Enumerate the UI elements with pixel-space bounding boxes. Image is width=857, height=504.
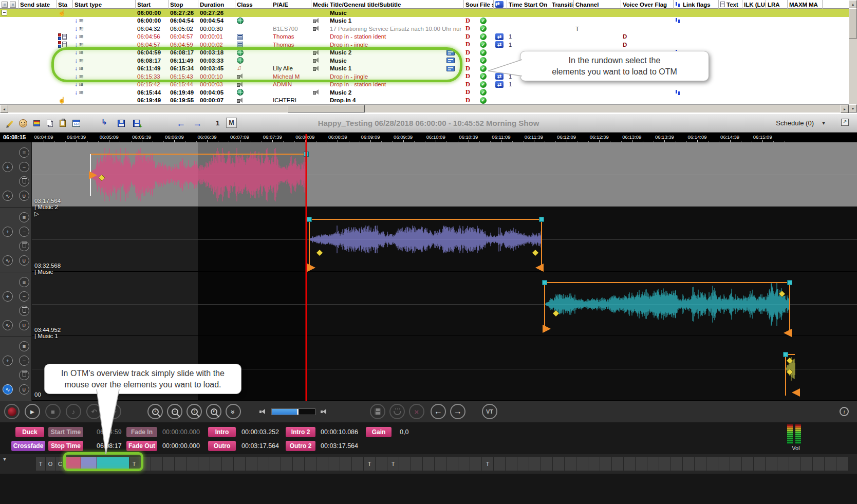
overview-cell[interactable]: T	[387, 457, 399, 471]
track2-trash-button[interactable]	[19, 241, 29, 251]
scrollbar-thumb[interactable]	[288, 105, 365, 113]
overview-cell[interactable]	[305, 457, 316, 471]
column-header-class[interactable]: Class	[235, 0, 271, 9]
track3-mixer-button[interactable]: ≡	[19, 277, 29, 287]
column-header-text[interactable]: Text	[719, 0, 742, 9]
column-header-transition[interactable]: Transition	[550, 0, 574, 9]
column-header-maxm[interactable]: MAXM	[788, 0, 807, 9]
record-button[interactable]	[4, 404, 20, 419]
scroll-right-button[interactable]: ▸	[841, 105, 849, 113]
overview-cell[interactable]	[257, 457, 269, 471]
column-header-expander[interactable]	[0, 0, 18, 9]
scrollbar-thumb[interactable]	[849, 8, 856, 39]
track-lane-2[interactable]	[32, 207, 857, 272]
column-header-filestate[interactable]: File s	[478, 0, 494, 9]
track-lane-3[interactable]	[32, 272, 857, 336]
overview-cell[interactable]	[423, 457, 434, 471]
track1-plus-button[interactable]: +	[3, 162, 13, 172]
overview-cell[interactable]: C	[55, 457, 65, 471]
toolbar-face-button[interactable]	[17, 118, 29, 129]
zoom-fit-button[interactable]: ▾	[206, 404, 221, 419]
time-ruler[interactable]: 06:08:15 06:04:0906:04:3906:05:0906:05:3…	[0, 133, 857, 142]
rundown-row[interactable]: ↓≋06:00:0006:04:5400:04:54Music 1D✓	[0, 17, 849, 25]
overview-cell[interactable]	[517, 457, 529, 471]
next-page-button[interactable]: →	[191, 118, 203, 129]
track2-mixer-button[interactable]: ≡	[19, 212, 29, 222]
overview-clip-5[interactable]	[97, 457, 129, 471]
rundown-row[interactable]: ↓≋06:15:4206:15:4400:00:03ADMINDrop in -…	[0, 81, 849, 89]
scroll-left-button[interactable]: ◂	[0, 105, 8, 113]
track1-fade-button[interactable]: ∿	[3, 191, 13, 201]
overview-cell[interactable]	[801, 457, 812, 471]
overview-cell[interactable]	[435, 457, 446, 471]
stop-button[interactable]: ■	[45, 404, 61, 419]
prev-page-button[interactable]: ←	[175, 118, 187, 129]
intro-2-button[interactable]: Intro 2	[286, 427, 315, 437]
track1-loop-button[interactable]: ∪	[19, 191, 29, 201]
column-header-send_state[interactable]: Send state	[18, 0, 57, 9]
chevron-down-icon[interactable]: ▾	[822, 119, 825, 126]
track2-fade-button[interactable]: ∿	[3, 255, 13, 266]
overview-cell[interactable]	[766, 457, 777, 471]
track3-plus-button[interactable]: +	[3, 291, 13, 302]
column-header-start_type[interactable]: Start type	[73, 0, 136, 9]
overview-cell[interactable]	[553, 457, 564, 471]
overview-cell[interactable]: T	[36, 457, 45, 471]
toolbar-save-button[interactable]	[115, 118, 127, 129]
overview-cell[interactable]	[600, 457, 611, 471]
scroll-up-button[interactable]: ▴	[849, 0, 857, 8]
column-header-stop[interactable]: Stop	[169, 0, 198, 9]
track1-minus-button[interactable]: −	[19, 162, 29, 172]
overview-cell[interactable]	[198, 457, 210, 471]
overview-cell[interactable]: O	[46, 457, 55, 471]
column-header-source[interactable]: Sour	[464, 0, 478, 9]
overview-cell[interactable]	[671, 457, 682, 471]
zoom-in-button[interactable]: +	[147, 404, 163, 419]
overview-cell[interactable]	[612, 457, 623, 471]
next-element-button[interactable]: →	[450, 404, 465, 419]
track4-plus-button[interactable]: +	[3, 356, 13, 366]
duck-button[interactable]: Duck	[15, 427, 44, 437]
overview-cell[interactable]	[234, 457, 245, 471]
overview-cell[interactable]: T	[364, 457, 375, 471]
overview-cell[interactable]	[163, 457, 174, 471]
track-lane-1[interactable]	[32, 142, 857, 207]
zoom-selection-button[interactable]: ↕	[187, 404, 202, 419]
previous-element-button[interactable]: ←	[431, 404, 446, 419]
column-header-time_start_on[interactable]: Time Start On	[507, 0, 550, 9]
column-header-duration[interactable]: Duration	[198, 0, 235, 9]
overview-cell[interactable]	[636, 457, 647, 471]
column-header-voice_over[interactable]: Voice Over Flag	[621, 0, 674, 9]
overview-cell[interactable]	[506, 457, 517, 471]
overview-cell[interactable]	[246, 457, 257, 471]
column-header-channel[interactable]: Channel	[574, 0, 621, 9]
track4-fade-button[interactable]: ∿	[3, 384, 13, 395]
column-header-media[interactable]: Media	[311, 0, 328, 9]
intro-button[interactable]: Intro	[208, 427, 236, 437]
overview-cell[interactable]	[411, 457, 422, 471]
track4-trash-button[interactable]	[19, 370, 29, 380]
overview-cell[interactable]	[376, 457, 387, 471]
overview-cell[interactable]	[340, 457, 351, 471]
track2-minus-button[interactable]: −	[19, 227, 29, 237]
overview-cell[interactable]	[777, 457, 789, 471]
column-header-title[interactable]: Title/General title/Subtitle	[328, 0, 464, 9]
track2-plus-button[interactable]: +	[3, 227, 13, 237]
toolbar-paste-button[interactable]	[57, 118, 69, 129]
overview-cell[interactable]	[825, 457, 836, 471]
overview-cell[interactable]	[399, 457, 411, 471]
crossfade-button[interactable]: Crossfade	[11, 441, 45, 451]
column-header-transfer[interactable]: ⇄	[494, 0, 507, 9]
overview-cell[interactable]	[836, 457, 848, 471]
rundown-vertical-scrollbar[interactable]: ▴ ▾	[849, 0, 857, 113]
overview-cell[interactable]	[328, 457, 340, 471]
overview-cell[interactable]	[565, 457, 576, 471]
column-header-ilk[interactable]: ILK (LUF	[742, 0, 766, 9]
track1-mixer-button[interactable]: ≡	[19, 147, 29, 158]
rundown-row[interactable]: ↓≋06:04:3206:05:0200:00:30B1ES70017 Posi…	[0, 25, 849, 33]
stop-time-button[interactable]: Stop Time	[48, 441, 83, 451]
scroll-down-button[interactable]: ▾	[849, 104, 857, 113]
track3-loop-button[interactable]: ∪	[19, 320, 29, 330]
save-mix-button[interactable]	[370, 404, 385, 419]
track2-loop-button[interactable]: ∪	[19, 255, 29, 266]
